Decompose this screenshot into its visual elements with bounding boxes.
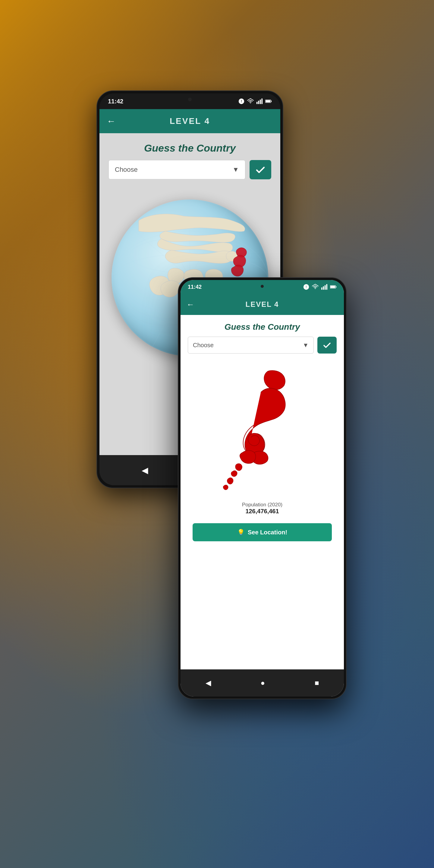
phone2-dropdown-placeholder: Choose: [193, 342, 214, 349]
phone2-time: 11:42: [188, 284, 202, 290]
svg-rect-22: [324, 285, 326, 290]
phone2-check-button[interactable]: [317, 337, 337, 353]
svg-rect-4: [260, 100, 261, 104]
privacy-icon: !: [238, 98, 245, 104]
phone2-recents-nav-icon[interactable]: ■: [315, 679, 319, 687]
phone1-input-row: Choose ▼: [99, 160, 280, 179]
phone2-status-icons: !: [303, 284, 337, 290]
phone2-country-dropdown[interactable]: Choose ▼: [188, 337, 314, 353]
phone2-content-area: Guess the Country Choose ▼: [181, 315, 344, 670]
svg-rect-8: [271, 101, 272, 102]
phone2-back-nav-icon[interactable]: ◀: [206, 679, 211, 687]
svg-rect-2: [256, 102, 258, 104]
phone1-camera: [188, 98, 192, 101]
phone1-country-dropdown[interactable]: Choose ▼: [108, 160, 245, 179]
signal-icon: [256, 98, 263, 104]
phone2-wifi-icon: [312, 284, 318, 290]
phone2-back-button[interactable]: ←: [187, 300, 194, 309]
svg-rect-5: [261, 98, 262, 104]
see-location-button[interactable]: 💡 See Location!: [193, 523, 332, 541]
phone1-status-icons: !: [238, 98, 272, 104]
phone1-page-heading: Guess the Country: [99, 133, 280, 160]
svg-text:!: !: [241, 99, 242, 103]
svg-text:!: !: [306, 285, 307, 289]
svg-rect-25: [330, 286, 335, 288]
phone1-topbar: ← LEVEL 4: [99, 109, 280, 133]
wifi-icon: [247, 98, 254, 104]
population-label: Population (2020): [185, 502, 339, 508]
phone2-home-nav-icon[interactable]: ●: [261, 679, 265, 687]
phone2-checkmark-icon: [322, 341, 332, 350]
japan-map-area: [181, 358, 344, 497]
svg-rect-3: [258, 101, 259, 104]
phone1-side-button: [283, 181, 283, 206]
phone2-topbar: ← LEVEL 4: [181, 294, 344, 315]
see-location-label: See Location!: [248, 529, 287, 536]
phone1-dropdown-arrow-icon: ▼: [232, 166, 239, 174]
phone1-checkmark-icon: [255, 164, 266, 175]
phone1-back-nav-icon[interactable]: ◀: [142, 465, 148, 475]
population-value: 126,476,461: [185, 508, 339, 515]
phone2-device: 11:42 ! ← LEVEL 4 Guess the Country: [178, 277, 347, 699]
phone2-battery-icon: [330, 284, 337, 290]
svg-rect-21: [323, 286, 324, 290]
svg-rect-26: [336, 286, 336, 288]
battery-icon: [265, 98, 272, 104]
phones-container: 11:42 ! ← LEVEL 4 Guess the: [82, 72, 352, 796]
lightbulb-icon: 💡: [237, 529, 245, 536]
phone2-page-heading: Guess the Country: [181, 315, 344, 337]
phone1-back-button[interactable]: ←: [107, 116, 116, 126]
svg-rect-20: [321, 287, 322, 290]
phone1-status-bar: 11:42 !: [99, 93, 280, 109]
svg-rect-7: [266, 100, 270, 102]
phone2-bottom-nav: ◀ ● ■: [181, 670, 344, 696]
phone2-signal-icon: [321, 284, 328, 290]
phone2-privacy-icon: !: [303, 284, 310, 290]
phone2-dropdown-arrow-icon: ▼: [303, 342, 309, 349]
phone1-level-title: LEVEL 4: [170, 116, 210, 126]
phone1-time: 11:42: [108, 98, 123, 105]
population-section: Population (2020) 126,476,461: [181, 497, 344, 520]
phone2-camera: [261, 285, 264, 288]
phone2-side-button: [346, 338, 347, 356]
phone2-screen: 11:42 ! ← LEVEL 4 Guess the Country: [181, 280, 344, 696]
phone1-dropdown-placeholder: Choose: [115, 166, 138, 174]
svg-rect-23: [326, 284, 327, 290]
phone1-check-button[interactable]: [250, 160, 271, 179]
phone2-level-title: LEVEL 4: [246, 300, 279, 309]
phone2-input-row: Choose ▼: [181, 337, 344, 353]
japan-map-svg: [217, 364, 307, 491]
